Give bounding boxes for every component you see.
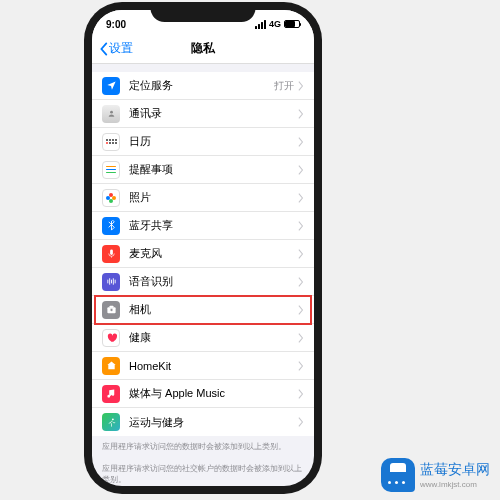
reminders-icon <box>102 161 120 179</box>
chevron-right-icon <box>298 109 304 119</box>
watermark-icon <box>381 458 415 492</box>
status-right: 4G <box>255 19 300 29</box>
watermark-name: 蓝莓安卓网 <box>420 461 490 479</box>
chevron-right-icon <box>298 193 304 203</box>
row-label: 媒体与 Apple Music <box>129 386 298 401</box>
speech-icon <box>102 273 120 291</box>
row-label: 通讯录 <box>129 106 298 121</box>
back-label: 设置 <box>109 40 133 57</box>
microphone-icon <box>102 245 120 263</box>
location-icon <box>102 77 120 95</box>
chevron-right-icon <box>298 165 304 175</box>
row-speech[interactable]: 语音识别 <box>92 268 314 296</box>
row-homekit[interactable]: HomeKit <box>92 352 314 380</box>
page-title: 隐私 <box>191 40 215 57</box>
battery-icon <box>284 20 300 28</box>
chevron-right-icon <box>298 277 304 287</box>
row-label: 照片 <box>129 190 298 205</box>
content[interactable]: 定位服务 打开 通讯录 日历 提醒事项 <box>92 64 314 486</box>
network-label: 4G <box>269 19 281 29</box>
chevron-right-icon <box>298 305 304 315</box>
chevron-right-icon <box>298 333 304 343</box>
chevron-right-icon <box>298 361 304 371</box>
privacy-group-1: 定位服务 打开 通讯录 日历 提醒事项 <box>92 72 314 436</box>
chevron-right-icon <box>298 417 304 427</box>
svg-point-0 <box>110 111 113 114</box>
row-value: 打开 <box>274 79 294 93</box>
group-footer-1: 应用程序请求访问您的数据时会被添加到以上类别。 <box>92 436 314 458</box>
row-bluetooth[interactable]: 蓝牙共享 <box>92 212 314 240</box>
bluetooth-icon <box>102 217 120 235</box>
row-label: 提醒事项 <box>129 162 298 177</box>
row-label: 日历 <box>129 134 298 149</box>
row-label: 相机 <box>129 302 298 317</box>
svg-point-3 <box>110 309 113 312</box>
row-calendar[interactable]: 日历 <box>92 128 314 156</box>
row-camera[interactable]: 相机 <box>92 296 314 324</box>
row-label: 蓝牙共享 <box>129 218 298 233</box>
camera-icon <box>102 301 120 319</box>
chevron-right-icon <box>298 249 304 259</box>
signal-icon <box>255 20 266 29</box>
contacts-icon <box>102 105 120 123</box>
row-microphone[interactable]: 麦克风 <box>92 240 314 268</box>
row-label: 运动与健身 <box>129 415 298 430</box>
photos-icon <box>102 189 120 207</box>
row-label: 定位服务 <box>129 78 274 93</box>
row-label: 语音识别 <box>129 274 298 289</box>
row-label: 麦克风 <box>129 246 298 261</box>
watermark-url: www.lmkjst.com <box>420 480 490 489</box>
row-reminders[interactable]: 提醒事项 <box>92 156 314 184</box>
chevron-left-icon <box>98 42 109 56</box>
row-fitness[interactable]: 运动与健身 <box>92 408 314 436</box>
calendar-icon <box>102 133 120 151</box>
chevron-right-icon <box>298 221 304 231</box>
homekit-icon <box>102 357 120 375</box>
chevron-right-icon <box>298 137 304 147</box>
screen: 9:00 4G 设置 隐私 定位服务 打开 <box>92 10 314 486</box>
health-icon <box>102 329 120 347</box>
chevron-right-icon <box>298 81 304 91</box>
row-label: HomeKit <box>129 360 298 372</box>
back-button[interactable]: 设置 <box>98 40 133 57</box>
row-photos[interactable]: 照片 <box>92 184 314 212</box>
watermark: 蓝莓安卓网 www.lmkjst.com <box>381 458 490 492</box>
svg-rect-4 <box>109 306 113 308</box>
row-media[interactable]: 媒体与 Apple Music <box>92 380 314 408</box>
notch <box>151 2 256 22</box>
group-footer-2: 应用程序请求访问您的社交帐户的数据时会被添加到以上类别。 <box>92 458 314 486</box>
nav-bar: 设置 隐私 <box>92 34 314 64</box>
row-health[interactable]: 健康 <box>92 324 314 352</box>
row-contacts[interactable]: 通讯录 <box>92 100 314 128</box>
svg-point-5 <box>111 418 113 420</box>
row-location[interactable]: 定位服务 打开 <box>92 72 314 100</box>
chevron-right-icon <box>298 389 304 399</box>
status-time: 9:00 <box>106 19 126 30</box>
media-icon <box>102 385 120 403</box>
svg-rect-1 <box>110 249 113 255</box>
row-label: 健康 <box>129 330 298 345</box>
fitness-icon <box>102 413 120 431</box>
phone-frame: 9:00 4G 设置 隐私 定位服务 打开 <box>84 2 322 494</box>
